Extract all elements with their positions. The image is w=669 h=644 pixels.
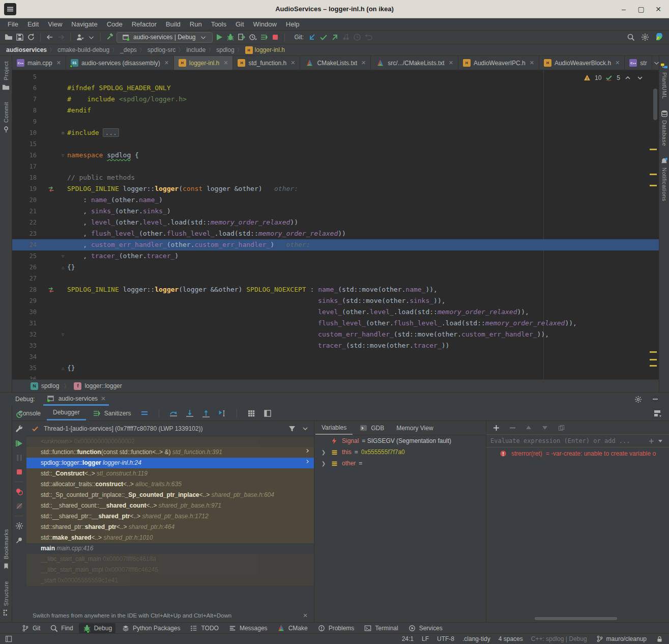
breadcrumb-item[interactable]: _deps xyxy=(120,46,137,53)
close-tab-icon[interactable]: ✕ xyxy=(56,60,61,66)
menu-git[interactable]: Git xyxy=(231,18,249,30)
close-tab-icon[interactable]: ✕ xyxy=(290,60,295,66)
warning-stripe-mark[interactable] xyxy=(650,359,657,360)
breadcrumb-item[interactable]: cmake-build-debug xyxy=(57,46,109,53)
fold-marker[interactable]: ▽ xyxy=(62,329,64,340)
editor-tab-src-cmakelists-txt[interactable]: src/.../CMakeLists.txt✕ xyxy=(371,56,458,70)
code-line[interactable]: 30 level_(other.level_.load(std::memory_… xyxy=(12,306,659,318)
copy-icon[interactable] xyxy=(557,423,566,432)
editor-tab-logger-inl-h[interactable]: Hlogger-inl.h✕ xyxy=(174,56,234,70)
fold-marker[interactable]: ▽ xyxy=(62,250,64,262)
fold-marker[interactable]: ⊞ xyxy=(62,127,64,138)
stack-frame[interactable]: std::_Sp_counted_ptr_inplace::_Sp_counte… xyxy=(26,490,314,500)
fold-marker[interactable]: △ xyxy=(62,262,64,273)
menu-code[interactable]: Code xyxy=(102,18,127,30)
close-tab-icon[interactable]: ✕ xyxy=(449,60,453,66)
editor-tab-audioweaveripc-h[interactable]: HAudioWeaverIPC.h✕ xyxy=(458,56,539,70)
more-tabs-icon[interactable] xyxy=(652,59,661,68)
code-line[interactable]: 23 , flush_level_(other.flush_level_.loa… xyxy=(12,228,659,239)
profile-icon[interactable] xyxy=(75,33,84,42)
menu-tools[interactable]: Tools xyxy=(207,18,231,30)
menu-file[interactable]: File xyxy=(3,18,23,30)
git-cherry-pick-icon[interactable] xyxy=(341,33,351,42)
variables-tab-memory-view[interactable]: Memory View xyxy=(390,421,439,435)
breadcrumb-item[interactable]: spdlog-src xyxy=(148,46,176,53)
layout-options-icon[interactable] xyxy=(140,409,149,418)
warning-stripe-mark[interactable] xyxy=(650,365,657,367)
navigate-forward-icon[interactable] xyxy=(56,33,66,42)
git-branch[interactable]: mauro/cleanup xyxy=(595,634,647,643)
run-config-expand-icon[interactable] xyxy=(199,33,208,42)
code-line[interactable]: 18// public methods xyxy=(12,172,659,183)
add-to-watches-icon[interactable] xyxy=(647,436,656,445)
stack-frame[interactable]: main main.cpp:416 xyxy=(26,543,314,554)
breadcrumb-item[interactable]: audioservices xyxy=(6,46,47,53)
code-line[interactable]: 8#endif xyxy=(12,105,659,116)
toolwindow-button-services[interactable]: Services xyxy=(404,623,446,633)
hide-toolwindow-icon[interactable] xyxy=(651,395,660,404)
code-line[interactable]: 7# include <spdlog/logger.h> xyxy=(12,94,659,105)
debug-icon[interactable] xyxy=(226,33,235,42)
stack-frame[interactable]: __libc_start_call_main 0x00007ffff6c4618… xyxy=(26,554,314,565)
horizontal-scrollbar[interactable] xyxy=(535,617,617,620)
breadcrumb-item[interactable]: spdlog xyxy=(216,46,234,53)
close-session-icon[interactable]: ✕ xyxy=(101,395,106,402)
code-line[interactable]: 28SPDLOG_INLINE logger::logger(logger &&… xyxy=(12,284,659,295)
maximize-button[interactable]: ▢ xyxy=(636,5,646,13)
toolwindow-button-commit[interactable]: Commit xyxy=(2,102,11,134)
thread-selector[interactable]: Thread-1-[audio-services] (0x7ffff7c8078… xyxy=(26,421,314,436)
code-line[interactable]: 36 xyxy=(12,374,659,379)
pause-program-icon[interactable] xyxy=(15,453,24,462)
search-everywhere-icon[interactable] xyxy=(626,33,635,42)
code-line[interactable]: 20 : name_(other.name_) xyxy=(12,194,659,206)
caret-position[interactable]: 24:1 xyxy=(402,635,414,642)
reload-icon[interactable] xyxy=(26,33,36,42)
toolwindow-button-find[interactable]: Find xyxy=(46,623,76,633)
pin-tab-icon[interactable] xyxy=(15,536,24,545)
editor-breadcrumb-item[interactable]: spdlog xyxy=(41,382,59,389)
toolwindow-button-todo[interactable]: TODO xyxy=(186,623,222,633)
run-configuration-select[interactable]: audio-services | Debug xyxy=(117,32,213,43)
toolwindow-button-debug[interactable]: Debug xyxy=(79,623,115,633)
stack-frame[interactable]: std::make_shared<..> shared_ptr.h:1010 xyxy=(26,533,314,543)
step-out-icon[interactable] xyxy=(201,409,211,418)
restore-layout-icon[interactable] xyxy=(653,409,662,418)
git-rollback-icon[interactable] xyxy=(364,33,373,42)
chevron-down-icon[interactable] xyxy=(301,424,310,433)
stack-frame[interactable]: std::__shared_count::__shared_count<..> … xyxy=(26,500,314,511)
git-history-icon[interactable] xyxy=(353,33,362,42)
view-memory-icon[interactable] xyxy=(247,409,256,418)
toolwindow-button-python-packages[interactable]: Python Packages xyxy=(118,623,184,633)
variable-row[interactable]: Signal = SIGSEGV (Segmentation fault) xyxy=(315,435,486,446)
inspections-widget[interactable]: ! 10 5 xyxy=(583,73,645,82)
debug-session-tab[interactable]: audio-services ✕ xyxy=(43,393,109,406)
code-line[interactable]: 19SPDLOG_INLINE logger::logger(const log… xyxy=(12,183,659,194)
code-line[interactable]: 10⊞#include ... xyxy=(12,127,659,138)
editor-tab-std-function-h[interactable]: Hstd_function.h✕ xyxy=(233,56,300,70)
expand-evaluate-icon[interactable] xyxy=(656,436,665,445)
warning-stripe-mark[interactable] xyxy=(650,185,657,186)
code-line[interactable]: 33 tracer_(std::move(other.tracer_)) xyxy=(12,340,659,351)
code-line[interactable]: 21 , sinks_(other.sinks_) xyxy=(12,206,659,217)
resume-program-icon[interactable] xyxy=(15,439,24,448)
attach-to-process-icon[interactable] xyxy=(259,33,269,42)
variables-tab-gdb[interactable]: GDB xyxy=(353,421,390,435)
code-line[interactable]: 31 flush_level_(other.flush_level_.load(… xyxy=(12,318,659,329)
file-encoding[interactable]: UTF-8 xyxy=(437,635,454,642)
menu-navigate[interactable]: Navigate xyxy=(67,18,102,30)
code-line[interactable]: 32▽ custom_err_handler_(std::move(other.… xyxy=(12,329,659,340)
tab-options-icon[interactable] xyxy=(666,59,669,68)
navigate-back-icon[interactable] xyxy=(45,33,54,42)
frame-expand-icon[interactable] xyxy=(305,447,311,458)
variable-row[interactable]: ❯this = 0x555555f7f7a0 xyxy=(315,446,486,458)
editor-tab-main-cpp[interactable]: C++main.cpp✕ xyxy=(12,56,66,70)
close-tab-icon[interactable]: ✕ xyxy=(615,60,620,66)
minimize-button[interactable]: – xyxy=(619,5,628,13)
filter-icon[interactable] xyxy=(287,424,297,433)
stack-frame[interactable]: std::shared_ptr::shared_ptr<..> shared_p… xyxy=(26,522,314,533)
toolwindow-button-problems[interactable]: Problems xyxy=(313,623,358,633)
debugger-settings-icon[interactable] xyxy=(15,521,24,530)
remove-watch-icon[interactable] xyxy=(508,423,517,432)
warning-stripe-mark[interactable] xyxy=(650,174,657,175)
code-line[interactable]: 22 , level_(other.level_.load(std::memor… xyxy=(12,217,659,228)
